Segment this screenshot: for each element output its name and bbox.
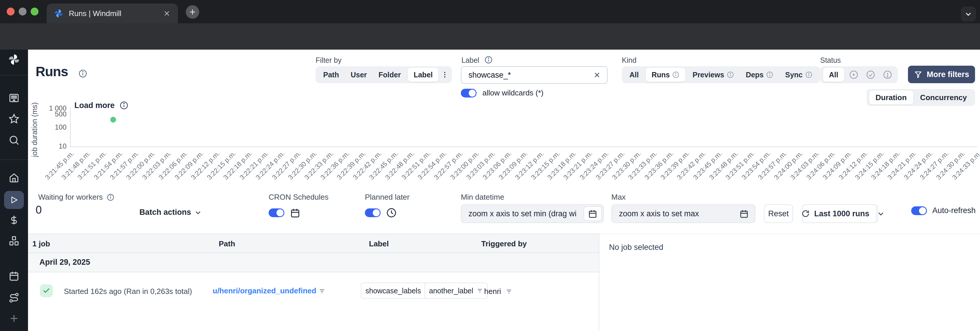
triggered-by-filter-icon[interactable] (505, 288, 513, 296)
kind-previews[interactable]: Previews (688, 70, 738, 79)
cron-schedules-controls (269, 207, 301, 218)
sidebar-item-add[interactable] (8, 313, 20, 324)
last-runs-main[interactable]: Last 1000 runs (795, 205, 876, 222)
windmill-logo-icon[interactable] (8, 53, 21, 66)
status-all-selected[interactable]: All (823, 68, 844, 82)
run-started-text: Started 162s ago (Ran in 0,263s total) (64, 287, 192, 296)
sidebar-item-home[interactable] (8, 172, 20, 184)
panel-divider (599, 233, 600, 331)
tab-title: Runs | Windmill (69, 9, 163, 18)
waiting-for-workers-value: 0 (36, 204, 42, 216)
sidebar-divider (0, 159, 28, 160)
window-close-button[interactable] (7, 8, 14, 16)
allow-wildcards-toggle[interactable] (461, 89, 477, 98)
run-duration-point[interactable] (110, 117, 116, 123)
triggered-by-user: henri (484, 287, 501, 296)
status-label: Status (820, 56, 841, 64)
kind-sync-info-icon[interactable] (805, 71, 813, 78)
label-filter-input[interactable] (461, 70, 593, 80)
status-failure-icon[interactable] (880, 70, 895, 80)
min-datetime-label: Min datetime (461, 193, 504, 202)
sidebar-item-search[interactable] (8, 134, 20, 146)
run-row[interactable]: Started 162s ago (Ran in 0,263s total) u… (28, 272, 599, 302)
waiting-info-icon[interactable] (107, 193, 115, 201)
clock-icon (386, 207, 397, 218)
run-label-pill[interactable]: another_label (425, 283, 488, 299)
window-zoom-button[interactable] (30, 8, 38, 16)
clear-label-icon[interactable] (593, 71, 607, 79)
browser-toolbar: app.windmill.dev/runs?show_schedules=tru… (0, 23, 980, 50)
sidebar-item-workers-route[interactable] (8, 292, 20, 304)
auto-refresh-control: Auto-refresh (911, 206, 975, 215)
planned-later-toggle[interactable] (365, 208, 381, 217)
min-datetime-field (461, 204, 604, 223)
filter-by-label-selected[interactable]: Label (408, 68, 438, 82)
min-datetime-input[interactable] (461, 209, 603, 218)
kind-runs-info-icon[interactable] (672, 71, 679, 78)
kind-runs-selected[interactable]: Runs (646, 68, 686, 82)
sidebar-item-runs-active[interactable] (4, 191, 24, 209)
tab-duration[interactable]: Duration (869, 91, 913, 104)
y-tick-label: 500 (55, 110, 67, 118)
x-axis-line (70, 147, 977, 147)
tab-close-icon[interactable] (163, 10, 171, 18)
label-filter-icon[interactable] (476, 287, 483, 294)
sidebar-divider (0, 75, 28, 75)
tab-search-button[interactable] (961, 6, 976, 22)
sidebar-item-workspace[interactable] (8, 92, 20, 103)
kind-deps[interactable]: Deps (741, 70, 778, 79)
new-tab-button[interactable] (186, 5, 199, 19)
status-group: All (820, 66, 898, 83)
sidebar-item-favorites[interactable] (8, 113, 20, 125)
status-success-icon[interactable] (863, 70, 878, 80)
last-runs-chevron[interactable] (876, 205, 885, 222)
filter-by-kebab-icon[interactable] (441, 70, 449, 79)
col-path: Path (219, 239, 235, 248)
last-runs-button: Last 1000 runs (802, 204, 878, 223)
allow-wildcards-row: allow wildcards (*) (461, 88, 544, 98)
runs-info-icon[interactable] (78, 69, 88, 78)
allow-wildcards-label: allow wildcards (*) (482, 88, 544, 98)
status-running-icon[interactable] (846, 70, 861, 80)
browser-tab-strip: Runs | Windmill (0, 0, 980, 23)
max-calendar-icon[interactable] (739, 209, 755, 219)
run-path-link[interactable]: u/henri/organized_undefined (213, 286, 316, 296)
planned-later-controls (365, 207, 397, 218)
kind-sync[interactable]: Sync (781, 70, 817, 79)
kind-all[interactable]: All (625, 70, 643, 79)
batch-actions-dropdown[interactable]: Batch actions (139, 208, 202, 217)
chart-view-mode-tabs: Duration Concurrency (867, 89, 975, 106)
filter-by-folder[interactable]: Folder (374, 70, 406, 79)
waiting-for-workers-label: Waiting for workers (38, 193, 115, 202)
reset-button[interactable]: Reset (764, 204, 793, 223)
cron-schedules-toggle[interactable] (269, 208, 285, 217)
max-datetime-field (611, 204, 756, 223)
tab-concurrency[interactable]: Concurrency (915, 93, 973, 102)
max-datetime-input[interactable] (612, 209, 739, 218)
label-info-icon[interactable] (484, 56, 493, 64)
sidebar-item-schedules[interactable] (8, 270, 20, 281)
filter-by-path[interactable]: Path (318, 70, 344, 79)
more-filters-button[interactable]: More filters (908, 66, 975, 83)
kind-previews-info-icon[interactable] (727, 71, 734, 78)
col-triggered-by: Triggered by (481, 239, 527, 248)
triggered-by-cell: henri (484, 287, 513, 296)
auto-refresh-toggle[interactable] (911, 206, 927, 215)
funnel-icon (914, 70, 923, 79)
path-filter-icon[interactable] (318, 288, 326, 295)
sidebar-item-resources[interactable] (8, 235, 20, 247)
sidebar-item-usage[interactable] (8, 214, 20, 226)
y-tick-label: 10 (59, 142, 67, 150)
filter-by-user[interactable]: User (346, 70, 372, 79)
min-calendar-button[interactable] (584, 206, 602, 221)
runs-table-header: 1 job Path Label Triggered by (28, 233, 599, 253)
load-more-button[interactable]: Load more (75, 101, 129, 110)
success-check-icon (40, 284, 53, 297)
browser-tab[interactable]: Runs | Windmill (47, 3, 178, 23)
panel-top-border (600, 233, 980, 234)
cron-schedules-label: CRON Schedules (269, 193, 328, 202)
kind-deps-info-icon[interactable] (766, 71, 773, 78)
window-minimize-button[interactable] (19, 8, 27, 16)
date-group-row: April 29, 2025 (28, 253, 599, 272)
load-more-info-icon[interactable] (119, 101, 129, 110)
